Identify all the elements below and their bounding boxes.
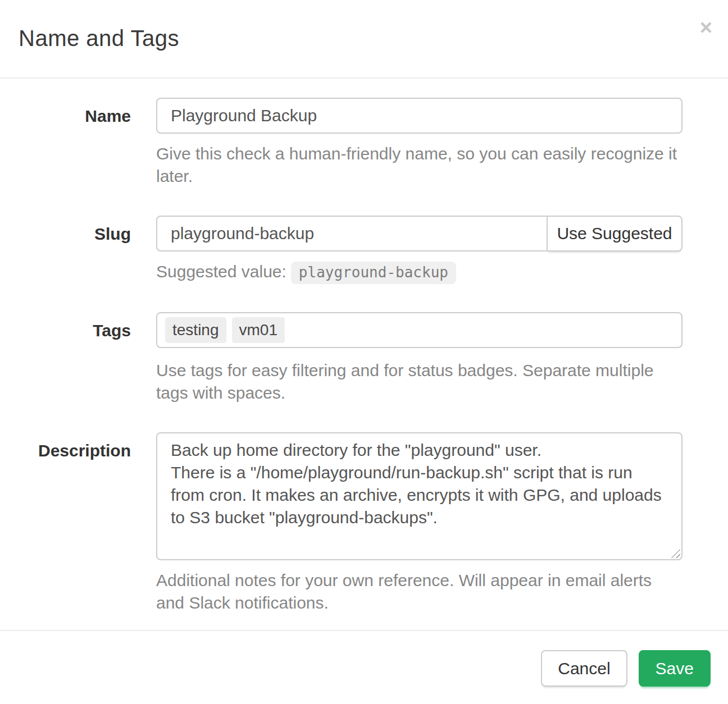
close-icon[interactable]: × [700, 17, 712, 38]
description-label: Description [19, 432, 156, 461]
tags-input[interactable]: testing vm01 [156, 312, 683, 348]
name-help-text: Give this check a human-friendly name, s… [156, 143, 683, 188]
tag-chip[interactable]: testing [165, 317, 226, 343]
dialog-header: Name and Tags × [0, 0, 728, 79]
dialog-footer: Cancel Save [0, 630, 728, 704]
cancel-button[interactable]: Cancel [541, 650, 627, 687]
suggested-value-prefix: Suggested value: [156, 262, 286, 281]
name-label: Name [19, 98, 156, 126]
dialog-body: Name Give this check a human-friendly na… [0, 79, 728, 657]
tags-field-row: Tags testing vm01 Use tags for easy filt… [19, 312, 683, 404]
tag-chip[interactable]: vm01 [232, 317, 285, 343]
description-field-row: Description Back up home directory for t… [19, 432, 683, 614]
slug-input[interactable] [156, 216, 548, 252]
slug-input-group: Use Suggested [156, 216, 683, 252]
slug-suggested-line: Suggested value:playground-backup [156, 262, 683, 284]
dialog-title: Name and Tags [19, 25, 709, 52]
name-field-row: Name Give this check a human-friendly na… [19, 98, 683, 188]
slug-label: Slug [19, 216, 156, 244]
description-textarea[interactable]: Back up home directory for the "playgrou… [156, 432, 683, 560]
name-and-tags-dialog: Name and Tags × Name Give this check a h… [0, 0, 728, 657]
tags-help-text: Use tags for easy filtering and for stat… [156, 359, 683, 404]
name-input[interactable] [156, 98, 683, 134]
slug-field-row: Slug Use Suggested Suggested value:playg… [19, 216, 683, 284]
tags-label: Tags [19, 312, 156, 341]
suggested-value-code: playground-backup [291, 262, 456, 284]
save-button[interactable]: Save [639, 650, 711, 687]
description-help-text: Additional notes for your own reference.… [156, 569, 683, 614]
use-suggested-button[interactable]: Use Suggested [547, 216, 683, 252]
